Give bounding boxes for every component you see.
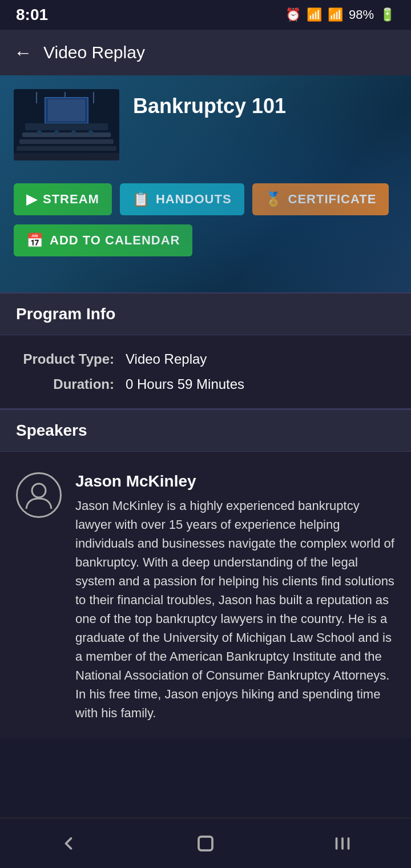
stream-label: STREAM xyxy=(43,192,99,207)
bottom-spacer xyxy=(0,738,411,789)
product-type-value: Video Replay xyxy=(126,351,207,367)
duration-row: Duration: 0 Hours 59 Minutes xyxy=(23,376,388,392)
product-type-row: Product Type: Video Replay xyxy=(23,351,388,367)
status-bar: 8:01 ⏰ 📶 📶 98% 🔋 xyxy=(0,0,411,30)
status-time: 8:01 xyxy=(16,6,48,24)
battery-icon: 🔋 xyxy=(380,7,395,22)
speaker-avatar xyxy=(16,472,62,518)
svg-rect-10 xyxy=(14,153,119,160)
svg-rect-16 xyxy=(199,837,212,850)
svg-rect-7 xyxy=(22,132,111,137)
duration-label: Duration: xyxy=(23,376,114,392)
nav-home-icon xyxy=(195,833,216,854)
speaker-bio: Jason McKinley is a highly experienced b… xyxy=(75,496,395,722)
svg-rect-9 xyxy=(17,146,116,151)
nav-home-button[interactable] xyxy=(186,824,225,863)
speakers-section: Jason McKinley Jason McKinley is a highl… xyxy=(0,452,411,738)
signal-icon: 📶 xyxy=(328,7,343,22)
thumbnail-image xyxy=(14,89,119,160)
app-bar: ← Video Replay xyxy=(0,30,411,75)
back-button[interactable]: ← xyxy=(14,42,32,63)
handouts-label: HANDOUTS xyxy=(156,192,232,207)
stream-button[interactable]: ▶ STREAM xyxy=(14,183,112,215)
certificate-button[interactable]: 🏅 CERTIFICATE xyxy=(252,183,389,215)
svg-point-14 xyxy=(88,130,93,135)
svg-point-12 xyxy=(54,130,59,135)
hero-section: Bankruptcy 101 ▶ STREAM 📋 HANDOUTS 🏅 CER… xyxy=(0,75,411,292)
certificate-label: CERTIFICATE xyxy=(288,192,377,207)
speaker-item: Jason McKinley Jason McKinley is a highl… xyxy=(16,472,395,722)
thumbnail-inner xyxy=(14,89,119,160)
duration-value: 0 Hours 59 Minutes xyxy=(126,376,244,392)
svg-rect-8 xyxy=(19,139,114,144)
wifi-icon: 📶 xyxy=(307,7,322,22)
speaker-name: Jason McKinley xyxy=(75,472,395,491)
speakers-header: Speakers xyxy=(0,409,411,452)
nav-recent-button[interactable] xyxy=(323,824,362,863)
bottom-nav xyxy=(0,818,411,868)
avatar-icon xyxy=(22,478,56,512)
certificate-icon: 🏅 xyxy=(265,191,283,207)
add-to-calendar-button[interactable]: 📅 ADD TO CALENDAR xyxy=(14,224,192,256)
product-type-label: Product Type: xyxy=(23,351,114,367)
status-icons: ⏰ 📶 📶 98% 🔋 xyxy=(285,7,395,22)
hero-thumbnail xyxy=(14,89,119,160)
calendar-button-row: 📅 ADD TO CALENDAR xyxy=(14,224,397,256)
action-buttons: ▶ STREAM 📋 HANDOUTS 🏅 CERTIFICATE xyxy=(14,183,397,215)
program-info-header: Program Info xyxy=(0,292,411,335)
battery-level: 98% xyxy=(349,7,374,22)
course-title: Bankruptcy 101 xyxy=(133,94,286,118)
svg-point-13 xyxy=(71,130,76,135)
svg-point-11 xyxy=(37,130,42,135)
hero-content: Bankruptcy 101 xyxy=(14,89,397,160)
program-info-section: Product Type: Video Replay Duration: 0 H… xyxy=(0,335,411,409)
nav-back-button[interactable] xyxy=(49,824,88,863)
handouts-button[interactable]: 📋 HANDOUTS xyxy=(120,183,244,215)
svg-point-15 xyxy=(32,484,46,497)
nav-back-icon xyxy=(58,833,79,854)
svg-rect-6 xyxy=(25,123,108,130)
alarm-icon: ⏰ xyxy=(285,7,301,22)
handouts-icon: 📋 xyxy=(132,191,150,207)
play-icon: ▶ xyxy=(26,191,37,207)
add-to-calendar-label: ADD TO CALENDAR xyxy=(50,233,180,248)
svg-rect-5 xyxy=(48,99,85,121)
speaker-info: Jason McKinley Jason McKinley is a highl… xyxy=(75,472,395,722)
nav-recent-icon xyxy=(332,833,353,854)
app-bar-title: Video Replay xyxy=(43,43,145,62)
calendar-icon: 📅 xyxy=(26,232,44,248)
